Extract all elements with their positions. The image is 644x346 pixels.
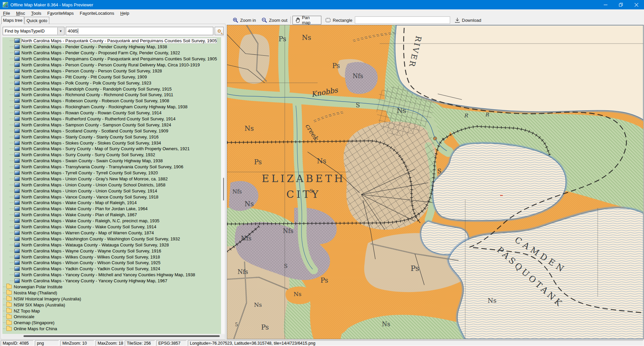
zoom-out-button[interactable]: Zoom out xyxy=(259,16,290,24)
tree-map-item[interactable]: North Carolina Maps - Union County - Uni… xyxy=(2,188,221,194)
tree-connector xyxy=(10,173,14,173)
tree-map-item[interactable]: North Carolina Maps - Surry County - Map… xyxy=(2,146,221,152)
download-button[interactable]: Download xyxy=(452,16,484,24)
map-preview[interactable]: PsNsPsNfsSNsKnobbscreekELIZABETHCITYNsPs… xyxy=(227,25,644,339)
menu-file[interactable]: File xyxy=(0,10,13,16)
tree-map-item[interactable]: North Carolina Maps - Wake County - Plan… xyxy=(2,212,221,218)
tree-connector xyxy=(10,275,14,275)
map-image-icon xyxy=(14,237,20,241)
tree-map-item[interactable]: North Carolina Maps - Wake County - Wake… xyxy=(2,224,221,230)
tree-horizontal-scrollbar-thumb[interactable] xyxy=(23,335,220,337)
app-icon xyxy=(3,2,8,7)
search-button[interactable] xyxy=(215,27,224,35)
zoom-in-button[interactable]: Zoom in xyxy=(230,16,259,24)
tree-folder-item[interactable]: Nostra Map (Thailand) xyxy=(2,290,221,296)
tree-connector xyxy=(10,101,14,101)
tree-map-item[interactable]: North Carolina Maps - Wake County - Rale… xyxy=(2,218,221,224)
tree-map-item[interactable]: North Carolina Maps - Yancey County - Ya… xyxy=(2,278,221,284)
map-label-s: S xyxy=(310,188,313,194)
chevron-down-icon[interactable]: ▼ xyxy=(57,27,64,35)
tree-item-label: North Carolina Maps - Person County - Pe… xyxy=(21,68,162,73)
tree-map-item[interactable]: North Carolina Maps - Person County - Pe… xyxy=(2,62,221,68)
tree-map-item[interactable]: North Carolina Maps - Union County - Gra… xyxy=(2,176,221,182)
tree-folder-item[interactable]: Onemap (Singapore) xyxy=(2,320,221,326)
tree-map-item[interactable]: North Carolina Maps - Tyrrell County - T… xyxy=(2,170,221,176)
tree-map-item[interactable]: North Carolina Maps - Randolph County - … xyxy=(2,86,221,92)
close-button[interactable] xyxy=(629,0,644,9)
tree-item-label: North Carolina Maps - Stokes County - St… xyxy=(21,140,161,146)
tree-item-label: North Carolina Maps - Wake County - Plan… xyxy=(21,206,148,211)
tree-connector xyxy=(3,287,6,287)
tree-map-item[interactable]: North Carolina Maps - Sampson County - S… xyxy=(2,122,221,128)
map-image-icon xyxy=(14,81,20,85)
zoom-out-label: Zoom out xyxy=(269,18,287,23)
pan-map-button[interactable]: Pan map xyxy=(292,16,321,24)
map-label-ns: Ns xyxy=(382,321,390,328)
tree-map-item[interactable]: North Carolina Maps - Vance County - Van… xyxy=(2,194,221,200)
find-by-dropdown[interactable]: Find by MapsTypeID ▼ xyxy=(3,27,64,35)
menu-tools[interactable]: Tools xyxy=(28,10,44,16)
tree-folder-item[interactable]: NZ Topo Map xyxy=(2,308,221,314)
menu-help[interactable]: Help xyxy=(117,10,132,16)
tree-item-label: NZ Topo Map xyxy=(14,308,40,313)
tree-map-item[interactable]: North Carolina Maps - Wilkes County - Wi… xyxy=(2,254,221,260)
tree-map-item[interactable]: North Carolina Maps - Richmond County - … xyxy=(2,92,221,98)
tree-map-item[interactable]: North Carolina Maps - Wilson County - Wi… xyxy=(2,260,221,266)
tree-map-item[interactable]: North Carolina Maps - Swain County - Swa… xyxy=(2,158,221,164)
tree-map-item[interactable]: North Carolina Maps - Perquimans County … xyxy=(2,56,221,62)
tree-map-item[interactable]: North Carolina Maps - Rutherford County … xyxy=(2,116,221,122)
search-input[interactable]: 4085 xyxy=(66,27,213,35)
map-label-ns: Ns xyxy=(245,200,254,208)
tree-item-label: North Carolina Maps - Randolph County - … xyxy=(21,86,172,92)
title-bar: Offline Map Maker 8.364 - Maps Previewer xyxy=(0,0,644,9)
tree-map-item[interactable]: North Carolina Maps - Polk County - Polk… xyxy=(2,80,221,86)
tree-vertical-scrollbar-thumb[interactable] xyxy=(223,178,224,200)
menu-favoritemaps[interactable]: FavoriteMaps xyxy=(44,10,77,16)
tab-maps-tree[interactable]: Maps tree xyxy=(1,16,24,24)
tree-map-item[interactable]: North Carolina Maps - Yancey County - Mi… xyxy=(2,272,221,278)
status-epsg: EPSG:3857 xyxy=(156,340,186,346)
tree-map-item[interactable]: North Carolina Maps - Wayne County - Way… xyxy=(2,248,221,254)
restore-button[interactable] xyxy=(613,0,629,9)
map-label-ns: Ns xyxy=(245,124,254,132)
tree-map-item[interactable]: North Carolina Maps - Pitt County - Pitt… xyxy=(2,74,221,80)
tree-map-item[interactable]: North Carolina Maps - Watauga County - W… xyxy=(2,242,221,248)
tree-map-item[interactable]: North Carolina Maps - Surry County - Sur… xyxy=(2,152,221,158)
maps-tree-list: North Carolina Maps - Pasquotank County … xyxy=(2,37,221,334)
address-input[interactable] xyxy=(355,16,450,24)
map-image-icon xyxy=(14,225,20,229)
tree-folder-item[interactable]: NSW SIX Maps (Australia) xyxy=(2,302,221,308)
menu-misc[interactable]: Misc xyxy=(13,10,28,16)
tree-map-item[interactable]: North Carolina Maps - Wake County - Map … xyxy=(2,200,221,206)
map-image-icon xyxy=(14,255,20,259)
tree-folder-item[interactable]: NSW Historical Imagery (Australia) xyxy=(2,296,221,302)
tree-item-label: North Carolina Maps - Vance County - Van… xyxy=(21,194,158,199)
tree-folder-item[interactable]: Online Maps for China xyxy=(2,326,221,332)
tree-map-item[interactable]: North Carolina Maps - Rockingham County … xyxy=(2,104,221,110)
tree-map-item[interactable]: North Carolina Maps - Pender County - Pr… xyxy=(2,50,221,56)
tree-map-item[interactable]: North Carolina Maps - Pender County - Pe… xyxy=(2,44,221,50)
tree-map-item[interactable]: North Carolina Maps - Transylvania Count… xyxy=(2,164,221,170)
tree-map-item[interactable]: North Carolina Maps - Person County - Pe… xyxy=(2,68,221,74)
tree-item-label: North Carolina Maps - Wake County - Map … xyxy=(21,200,137,205)
tree-map-item[interactable]: North Carolina Maps - Stokes County - St… xyxy=(2,140,221,146)
tree-map-item[interactable]: North Carolina Maps - Stanly County - St… xyxy=(2,134,221,140)
map-image-icon xyxy=(14,159,20,163)
tab-quick-goto[interactable]: Quick goto xyxy=(24,17,49,24)
tree-map-item[interactable]: North Carolina Maps - Pasquotank County … xyxy=(2,38,221,44)
tree-map-item[interactable]: North Carolina Maps - Washington County … xyxy=(2,236,221,242)
tree-map-item[interactable]: North Carolina Maps - Wake County - Plan… xyxy=(2,206,221,212)
tree-folder-item[interactable]: Norwegian Polar Institute xyxy=(2,284,221,290)
minimize-button[interactable] xyxy=(598,0,613,9)
rectangle-button[interactable]: Rectangle xyxy=(323,16,355,24)
menu-favoritelocations[interactable]: FavoriteLocations xyxy=(77,10,117,16)
tree-map-item[interactable]: North Carolina Maps - Yadkin County - Ya… xyxy=(2,266,221,272)
tree-map-item[interactable]: North Carolina Maps - Union County - Uni… xyxy=(2,182,221,188)
tree-map-item[interactable]: North Carolina Maps - Robeson County - R… xyxy=(2,98,221,104)
tree-folder-item[interactable]: Omniscale xyxy=(2,314,221,320)
tree-connector xyxy=(10,149,14,149)
tree-map-item[interactable]: North Carolina Maps - Rowan County - Row… xyxy=(2,110,221,116)
tree-map-item[interactable]: North Carolina Maps - Warren County - Ma… xyxy=(2,230,221,236)
tree-item-label: Nostra Map (Thailand) xyxy=(14,290,57,295)
tree-map-item[interactable]: North Carolina Maps - Scotland County - … xyxy=(2,128,221,134)
